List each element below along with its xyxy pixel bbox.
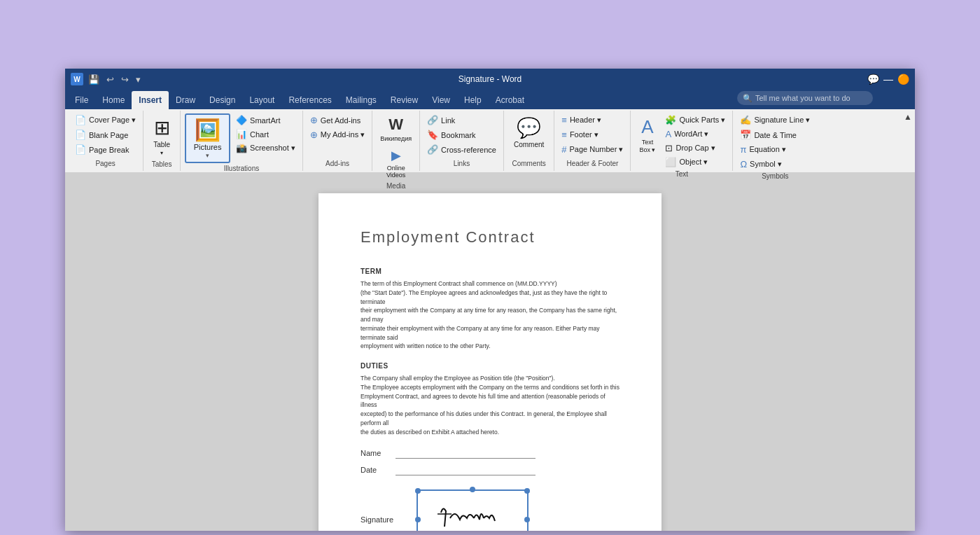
header-btn[interactable]: ≡ Header ▾ [559,113,604,127]
tab-help[interactable]: Help [457,91,489,109]
screenshot-btn[interactable]: 📸 Screenshot ▾ [233,141,298,155]
cross-reference-btn[interactable]: 🔗 Cross-reference [424,143,499,156]
pictures-label: Pictures [194,143,222,151]
chart-label: Chart [250,130,269,139]
blank-page-btn[interactable]: 📄 Blank Page [72,128,131,141]
equation-btn[interactable]: π Equation ▾ [737,143,788,156]
link-btn[interactable]: 🔗 Link [424,113,458,127]
signature-box[interactable] [416,489,528,531]
group-comments: 💬 Comment Comments [504,111,554,171]
handle-mr[interactable] [524,517,530,522]
tab-design[interactable]: Design [202,91,242,109]
illus-items: 🖼️ Pictures ▾ 🔷 SmartArt 📊 Chart [185,112,298,163]
quick-parts-icon: 🧩 [665,115,676,125]
tables-items: ⊞ Table ▾ [148,112,176,159]
text-box-icon: A [641,116,653,138]
table-btn[interactable]: ⊞ Table ▾ [148,113,176,159]
bookmark-icon: 🔖 [427,130,438,140]
wikipedia-btn[interactable]: W Википедия [377,113,415,144]
comment-icon[interactable]: 💬 [867,74,879,85]
group-symbols: ✍ Signature Line ▾ 📅 Date & Time π Equat… [733,111,817,171]
tab-references[interactable]: References [281,91,338,109]
ribbon-search[interactable]: 🔍 [737,91,873,105]
handle-tl[interactable] [415,488,421,494]
chart-btn[interactable]: 📊 Chart [233,127,298,141]
tab-draw[interactable]: Draw [169,91,202,109]
group-links: 🔗 Link 🔖 Bookmark 🔗 Cross-reference Link… [420,111,504,171]
pictures-arrow: ▾ [206,152,209,159]
tab-review[interactable]: Review [384,91,425,109]
tables-label: Tables [152,159,172,169]
undo-btn[interactable]: ↩ [104,73,116,86]
illustrations-label: Illustrations [224,163,260,172]
signature-line-btn[interactable]: ✍ Signature Line ▾ [737,113,813,127]
date-time-icon: 📅 [740,130,751,140]
drop-cap-btn[interactable]: ⊡ Drop Cap ▾ [662,141,728,155]
section-duties-body[interactable]: The Company shall employ the Employee as… [360,374,620,436]
comment-balloon-icon: 💬 [517,116,541,139]
cover-page-btn[interactable]: 📄 Cover Page ▾ [72,113,139,127]
my-addins-icon: ⊕ [310,130,318,140]
ribbon-collapse-btn[interactable]: ▲ [904,112,912,122]
tab-mailings[interactable]: Mailings [339,91,384,109]
date-line[interactable] [396,464,536,475]
page-break-label: Page Break [89,146,129,154]
footer-btn[interactable]: ≡ Footer ▾ [559,128,601,141]
table-label: Table [153,141,170,148]
object-btn[interactable]: ⬜ Object ▾ [662,155,728,169]
wordart-label: WordArt ▾ [674,130,708,139]
ribbon-content: 📄 Cover Page ▾ 📄 Blank Page 📄 Page Break… [65,109,915,172]
cross-reference-label: Cross-reference [441,146,496,154]
page-break-btn[interactable]: 📄 Page Break [72,143,132,156]
customize-btn[interactable]: ▾ [134,73,143,86]
search-input[interactable] [755,94,867,102]
name-line[interactable] [396,447,536,459]
handle-ml[interactable] [415,517,421,522]
text-box-btn[interactable]: A Text Box ▾ [635,113,659,156]
window-title: Signature - Word [458,74,522,84]
smartart-btn[interactable]: 🔷 SmartArt [233,113,298,127]
get-addins-label: Get Add-ins [321,116,360,125]
tab-acrobat[interactable]: Acrobat [489,91,531,109]
blank-page-icon: 📄 [75,130,86,140]
online-videos-btn[interactable]: ▶ OnlineVideos [379,146,414,181]
tab-view[interactable]: View [425,91,457,109]
online-videos-icon: ▶ [391,148,401,163]
page-number-btn[interactable]: # Page Number ▾ [559,143,626,156]
pages-label: Pages [95,158,115,169]
my-addins-btn[interactable]: ⊕ My Add-ins ▾ [307,128,368,141]
wordart-btn[interactable]: A WordArt ▾ [662,127,728,141]
quick-parts-btn[interactable]: 🧩 Quick Parts ▾ [662,113,728,127]
group-media: W Википедия ▶ OnlineVideos Media [372,111,420,171]
symbol-label: Symbol ▾ [750,160,782,169]
app-window: W 💾 ↩ ↪ ▾ Signature - Word 💬 — 🟠 File Ho… [65,69,915,531]
comments-items: 💬 Comment [508,112,550,158]
links-items: 🔗 Link 🔖 Bookmark 🔗 Cross-reference [424,112,499,158]
link-icon: 🔗 [427,115,438,125]
signature-area: Signature [360,489,620,531]
ribbon: File Home Insert Draw Design Layout Refe… [65,90,915,172]
object-label: Object ▾ [679,158,708,167]
section-term-body[interactable]: The term of this Employment Contract sha… [360,279,620,351]
tab-home[interactable]: Home [95,91,132,109]
signature-handle-top[interactable] [470,487,475,492]
get-addins-btn[interactable]: ⊕ Get Add-ins [307,113,363,127]
maximize-btn[interactable]: 🟠 [897,74,909,85]
text-box-label-line1: Text [642,139,654,146]
document-page: Employment Contract TERM The term of thi… [318,193,662,531]
bookmark-btn[interactable]: 🔖 Bookmark [424,128,479,141]
pictures-btn[interactable]: 🖼️ Pictures ▾ [185,113,230,163]
symbol-btn[interactable]: Ω Symbol ▾ [737,158,784,171]
save-quick-btn[interactable]: 💾 [86,73,102,86]
tab-insert[interactable]: Insert [132,91,169,109]
tab-file[interactable]: File [68,91,95,109]
title-bar: W 💾 ↩ ↪ ▾ Signature - Word 💬 — 🟠 [65,69,915,90]
date-label: Date [360,466,396,474]
minimize-btn[interactable]: — [883,74,893,85]
date-time-btn[interactable]: 📅 Date & Time [737,128,799,141]
handle-tr[interactable] [524,488,530,494]
redo-btn[interactable]: ↪ [119,73,131,86]
page-number-label: Page Number ▾ [570,145,624,154]
tab-layout[interactable]: Layout [242,91,281,109]
comment-btn[interactable]: 💬 Comment [508,113,550,151]
